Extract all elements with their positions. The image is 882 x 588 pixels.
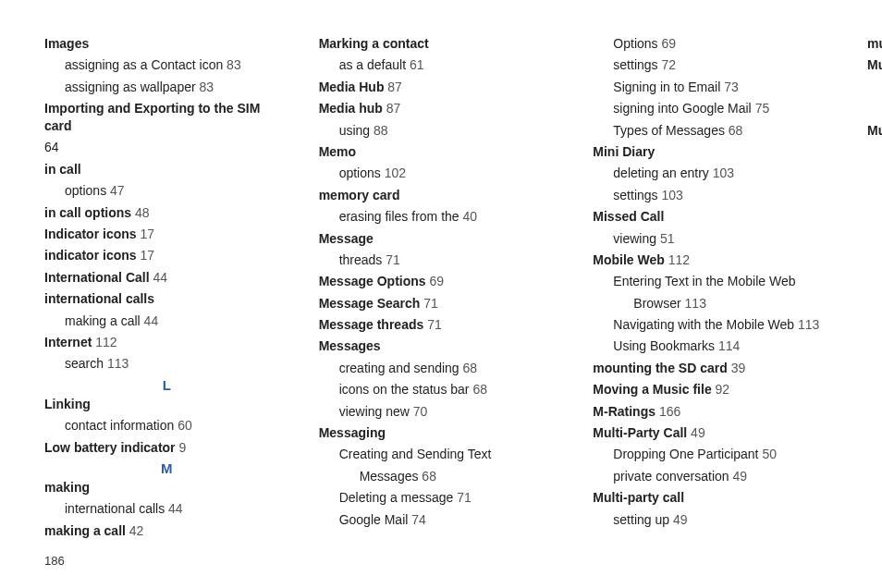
index-entry: options 47 [44, 182, 289, 200]
index-entry: Dropping One Participant 50 [593, 446, 838, 463]
index-entry: Marking a contact [319, 35, 564, 53]
index-entry-page: 88 [374, 123, 388, 138]
index-entry-page: 51 [660, 231, 675, 246]
index-columns: Imagesassigning as a Contact icon 83assi… [44, 35, 838, 542]
index-entry-text: mounting the SD card [593, 361, 727, 375]
index-entry-text: viewing new [339, 404, 410, 419]
index-entry: Media hub 87 [319, 100, 564, 117]
index-entry-page: 17 [140, 248, 154, 263]
index-entry: search 113 [44, 355, 289, 373]
index-entry-text: assigning as wallpaper [65, 80, 196, 94]
index-entry: Mobile Web 112 [593, 251, 838, 269]
index-entry-page: 112 [95, 335, 116, 349]
index-entry-text: Messages [319, 338, 381, 353]
index-entry-text: making a call [44, 523, 126, 538]
index-entry: International Call 44 [44, 269, 289, 287]
index-entry-text: options [339, 165, 381, 180]
index-entry: Media Hub 87 [319, 79, 564, 96]
index-entry-page: 9 [178, 440, 186, 455]
index-entry-text: Media hub [319, 101, 383, 116]
index-entry-page: 49 [733, 469, 748, 484]
index-entry: moving and copying 92 [867, 143, 882, 161]
index-entry-text: contact information [65, 418, 174, 433]
index-entry: Types of Messages 68 [593, 122, 838, 140]
index-entry-text: setting up [613, 512, 669, 527]
index-entry: Multi-party call [593, 489, 838, 507]
index-entry-text: assigning as a Contact icon [65, 57, 223, 72]
index-entry-text: creating and sending [339, 361, 459, 375]
index-entry-page: 50 [762, 447, 777, 461]
index-entry-text: private conversation [613, 469, 729, 484]
index-entry-page: 166 [659, 404, 680, 419]
index-entry-page: 87 [387, 80, 402, 94]
index-entry-page: 103 [713, 165, 734, 180]
index-entry: Entering Text in the Mobile Web [593, 273, 838, 290]
index-entry-text: multi-party calls [867, 36, 882, 51]
index-entry: Low battery indicator 9 [44, 439, 289, 457]
index-entry-page: 114 [718, 338, 740, 353]
index-entry: viewing 51 [593, 230, 838, 248]
index-entry: viewing new 70 [319, 403, 564, 421]
index-entry-text: as a default [339, 57, 406, 72]
index-entry-text: international calls [65, 501, 165, 516]
index-entry: Messaging [319, 424, 564, 442]
index-entry-text: Message Options [319, 274, 426, 288]
index-entry-text: settings [613, 188, 657, 202]
index-entry-text: Signing in to Email [613, 80, 720, 94]
index-entry-text: Browser [633, 296, 680, 311]
index-entry: making a call 44 [44, 312, 289, 330]
index-entry: copying a music file 92 [867, 79, 882, 96]
index-entry: creating and sending 68 [319, 360, 564, 377]
index-entry: Importing and Exporting to the SIM card [44, 100, 289, 135]
index-entry: Google Mail 74 [319, 511, 564, 529]
index-entry-text: Importing and Exporting to the SIM card [44, 101, 260, 133]
index-entry-text: Mini Diary [593, 144, 655, 159]
index-entry-text: in call options [44, 205, 131, 220]
index-entry: Browser 113 [593, 295, 838, 312]
index-entry-text: erasing files from the [339, 209, 459, 224]
index-entry-page: 44 [168, 501, 183, 516]
index-entry: private conversation 49 [593, 468, 838, 485]
index-entry-page: 69 [429, 274, 444, 288]
index-entry-text: Message Search [319, 296, 421, 311]
index-entry-page: 49 [673, 512, 688, 527]
index-entry-page: 103 [661, 188, 682, 202]
index-entry-text: using [339, 123, 370, 138]
index-entry-page: 73 [724, 80, 739, 94]
index-entry-page: 49 [691, 425, 705, 440]
index-entry: Multi-Party Call 49 [593, 424, 838, 442]
index-entry: settings 72 [593, 56, 838, 74]
index-entry-text: Internet [44, 335, 92, 349]
index-entry: mounting the SD card 39 [593, 360, 838, 377]
index-entry-text: threads [339, 252, 383, 267]
index-entry: Messages [319, 337, 564, 355]
index-entry: using 88 [319, 122, 564, 140]
index-entry: Missed Call [593, 208, 838, 226]
index-entry: deleting an entry 103 [593, 165, 838, 182]
index-entry: Options 69 [593, 35, 838, 53]
index-entry-page: 71 [423, 296, 438, 311]
index-entry-text: Deleting a message [339, 490, 454, 505]
index-entry-text: Images [44, 36, 89, 51]
index-entry: 64 [44, 139, 289, 156]
index-entry-text: Multi-party call [593, 490, 684, 505]
index-entry-text: Message threads [319, 317, 424, 332]
index-entry-page: 47 [110, 183, 125, 198]
index-entry-text: Options [613, 36, 657, 51]
index-entry: Music files [867, 122, 882, 140]
index-entry: icons on the status bar 68 [319, 381, 564, 398]
index-entry: Using Bookmarks 114 [593, 337, 838, 355]
index-entry: Message threads 71 [319, 316, 564, 334]
index-entry-page: 44 [153, 270, 167, 285]
index-entry-page: 74 [411, 512, 426, 527]
index-entry-text: Indicator icons [44, 227, 137, 241]
index-entry: Creating and Sending Text [319, 446, 564, 463]
index-entry: indicator icons 17 [44, 247, 289, 264]
index-entry-text: in call [44, 162, 81, 177]
index-entry-text: deleting an entry [613, 165, 709, 180]
page-number: 186 [44, 554, 65, 568]
index-entry: making [44, 479, 289, 496]
index-entry-text: Low battery indicator [44, 440, 176, 455]
index-entry-text: 64 [44, 140, 59, 154]
index-entry: Indicator icons 17 [44, 226, 289, 243]
